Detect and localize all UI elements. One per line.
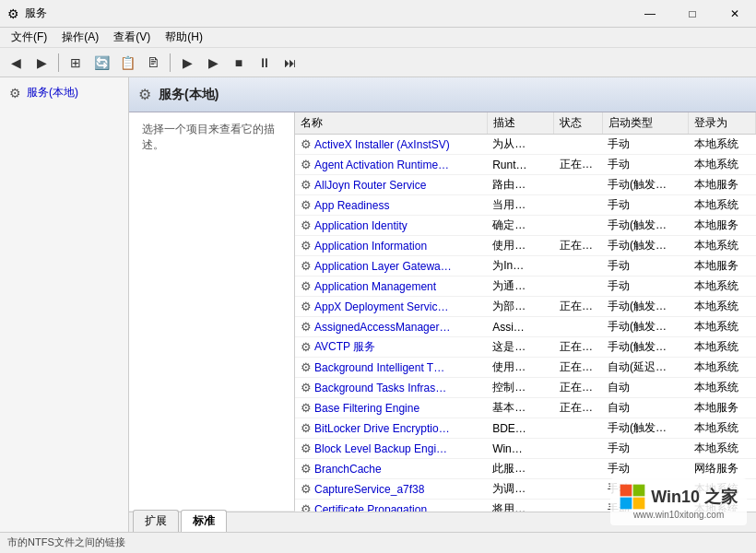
- service-login: 网络服务: [689, 459, 756, 479]
- service-startup: 手动: [602, 459, 689, 479]
- table-row[interactable]: ⚙BranchCache此服…手动网络服务: [295, 459, 756, 479]
- service-login: 本地服务: [689, 216, 756, 236]
- service-startup: 手动(触发…: [602, 317, 689, 337]
- tab-extended[interactable]: 扩展: [133, 510, 179, 532]
- menu-view[interactable]: 查看(V): [106, 28, 158, 47]
- service-name: Application Information: [314, 240, 427, 253]
- service-login: 本地系统: [689, 317, 756, 337]
- content-header-title: 服务(本地): [159, 87, 219, 103]
- svg-rect-0: [620, 485, 632, 497]
- table-row[interactable]: ⚙Background Intelligent T…使用…正在…自动(延迟…本地…: [295, 358, 756, 378]
- svg-rect-1: [633, 485, 645, 497]
- service-name: Application Identity: [314, 219, 408, 232]
- app-icon: ⚙: [7, 6, 19, 21]
- service-login: 本地系统: [689, 276, 756, 297]
- service-desc: 为In…: [487, 256, 554, 276]
- info-panel: 选择一个项目来查看它的描述。: [129, 112, 295, 512]
- service-startup: 自动: [602, 398, 689, 418]
- service-desc: 使用…: [487, 236, 554, 256]
- service-startup: 手动: [602, 135, 689, 155]
- table-row[interactable]: ⚙Agent Activation Runtime…Runt…正在…手动本地系统: [295, 155, 756, 175]
- table-row[interactable]: ⚙Base Filtering Engine基本…正在…自动本地服务: [295, 398, 756, 418]
- service-desc: 此服…: [487, 459, 554, 479]
- properties-button[interactable]: 🖹: [141, 52, 165, 74]
- table-row[interactable]: ⚙App Readiness当用…手动本地系统: [295, 195, 756, 216]
- table-row[interactable]: ⚙Block Level Backup Engi…Win…手动本地系统: [295, 439, 756, 459]
- table-row[interactable]: ⚙AllJoyn Router Service路由…手动(触发…本地服务: [295, 175, 756, 195]
- service-name: BranchCache: [314, 463, 382, 476]
- table-row[interactable]: ⚙AppX Deployment Servic…为部…正在…手动(触发…本地系统: [295, 297, 756, 317]
- table-area[interactable]: 名称 描述 状态 启动类型 登录为 ⚙ActiveX Installer (Ax…: [295, 112, 756, 512]
- table-row[interactable]: ⚙Background Tasks Infras…控制…正在…自动本地系统: [295, 378, 756, 398]
- service-name: AllJoyn Router Service: [314, 179, 426, 192]
- service-login: 本地系统: [689, 337, 756, 358]
- table-row[interactable]: ⚙AssignedAccessManager…Assi…手动(触发…本地系统: [295, 317, 756, 337]
- menu-file[interactable]: 文件(F): [4, 28, 54, 47]
- col-desc[interactable]: 描述: [487, 112, 554, 135]
- services-local-icon: ⚙: [9, 86, 21, 100]
- close-button[interactable]: ✕: [714, 0, 756, 28]
- service-name: Base Filtering Engine: [314, 402, 419, 415]
- title-bar-controls: — □ ✕: [629, 0, 756, 28]
- status-text: 市的NTFS文件之间的链接: [7, 536, 125, 547]
- col-status[interactable]: 状态: [554, 112, 602, 135]
- export-button[interactable]: 📋: [115, 52, 139, 74]
- info-panel-text: 选择一个项目来查看它的描述。: [142, 123, 275, 151]
- service-name: ActiveX Installer (AxInstSV): [314, 138, 450, 151]
- table-row[interactable]: ⚙ActiveX Installer (AxInstSV)为从…手动本地系统: [295, 135, 756, 155]
- service-status: [554, 500, 602, 512]
- tab-standard[interactable]: 标准: [181, 510, 227, 532]
- service-desc: BDE…: [487, 418, 554, 439]
- service-name: Block Level Backup Engi…: [314, 442, 447, 455]
- service-status: [554, 459, 602, 479]
- back-button[interactable]: ◀: [4, 52, 28, 74]
- sidebar-item-local-services[interactable]: ⚙ 服务(本地): [4, 81, 124, 104]
- pause-button[interactable]: ⏸: [253, 52, 277, 74]
- minimize-button[interactable]: —: [629, 0, 671, 28]
- service-desc: 确定…: [487, 216, 554, 236]
- service-status: 正在…: [554, 297, 602, 317]
- col-name[interactable]: 名称: [295, 112, 487, 135]
- table-row[interactable]: ⚙Application Information使用…正在…手动(触发…本地系统: [295, 236, 756, 256]
- service-name: Application Layer Gatewa…: [314, 260, 452, 273]
- maximize-button[interactable]: □: [671, 0, 714, 28]
- toolbar-separator-2: [170, 53, 171, 72]
- service-login: 本地系统: [689, 297, 756, 317]
- menu-action[interactable]: 操作(A): [54, 28, 106, 47]
- svg-rect-3: [633, 498, 645, 510]
- col-login[interactable]: 登录为: [689, 112, 756, 135]
- service-status: 正在…: [554, 155, 602, 175]
- service-login: 本地服务: [689, 398, 756, 418]
- table-row[interactable]: ⚙AVCTP 服务这是…正在…手动(触发…本地系统: [295, 337, 756, 358]
- service-startup: 手动: [602, 155, 689, 175]
- title-bar: ⚙ 服务 — □ ✕: [0, 0, 756, 28]
- start-button[interactable]: ▶: [175, 52, 199, 74]
- service-status: [554, 317, 602, 337]
- service-login: 本地系统: [689, 155, 756, 175]
- service-name: Certificate Propagation: [314, 503, 427, 512]
- restart-button[interactable]: ⏭: [278, 52, 302, 74]
- refresh-button[interactable]: 🔄: [89, 52, 113, 74]
- service-desc: 为从…: [487, 135, 554, 155]
- table-row[interactable]: ⚙Application Identity确定…手动(触发…本地服务: [295, 216, 756, 236]
- service-login: 本地系统: [689, 358, 756, 378]
- service-name: CaptureService_a7f38: [314, 483, 424, 496]
- service-desc: 基本…: [487, 398, 554, 418]
- col-startup[interactable]: 启动类型: [602, 112, 689, 135]
- main-container: ⚙ 服务(本地) ⚙ 服务(本地) 选择一个项目来查看它的描述。 名称: [0, 77, 756, 532]
- service-desc: Win…: [487, 439, 554, 459]
- service-startup: 手动(触发…: [602, 175, 689, 195]
- table-row[interactable]: ⚙Application Layer Gatewa…为In…手动本地服务: [295, 256, 756, 276]
- stop-button[interactable]: ■: [227, 52, 251, 74]
- content-header-icon: ⚙: [138, 86, 151, 103]
- start2-button[interactable]: ▶: [201, 52, 225, 74]
- show-console-button[interactable]: ⊞: [64, 52, 88, 74]
- menu-help[interactable]: 帮助(H): [158, 28, 210, 47]
- table-row[interactable]: ⚙BitLocker Drive Encryptio…BDE…手动(触发…本地系…: [295, 418, 756, 439]
- title-bar-title: 服务: [25, 6, 47, 21]
- table-row[interactable]: ⚙Application Management为通…手动本地系统: [295, 276, 756, 297]
- service-login: 本地系统: [689, 418, 756, 439]
- service-login: 本地系统: [689, 439, 756, 459]
- sidebar: ⚙ 服务(本地): [0, 77, 129, 532]
- forward-button[interactable]: ▶: [30, 52, 53, 74]
